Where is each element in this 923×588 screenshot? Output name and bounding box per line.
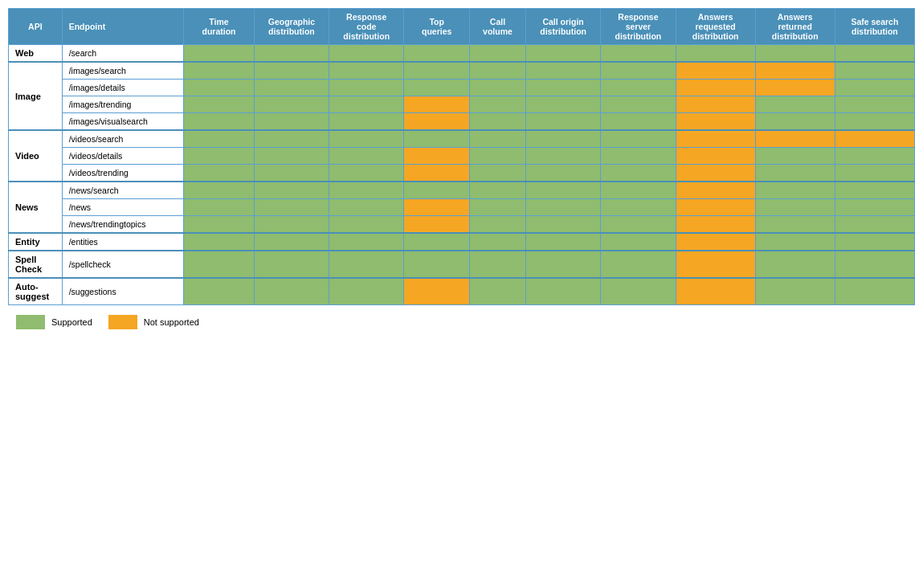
data-cell: [469, 62, 525, 80]
data-cell: [525, 233, 600, 251]
data-cell: [755, 45, 835, 63]
data-cell: [755, 233, 835, 251]
not-supported-label: Not supported: [144, 317, 199, 327]
data-cell: [525, 165, 600, 182]
data-cell: [676, 45, 755, 63]
data-cell: [254, 113, 329, 131]
data-cell: [601, 113, 676, 131]
data-cell: [525, 45, 600, 63]
supported-legend: Supported: [16, 315, 92, 329]
data-cell: [184, 148, 254, 165]
endpoint-cell: /spellcheck: [62, 251, 184, 278]
data-cell: [329, 45, 404, 63]
data-cell: [835, 148, 914, 165]
data-cell: [469, 278, 525, 305]
answers-returned-header: Answers returned distribution: [755, 9, 835, 45]
data-cell: [525, 199, 600, 216]
data-cell: [676, 251, 755, 278]
data-cell: [184, 278, 254, 305]
table-row: /news/trendingtopics: [9, 216, 915, 234]
geo-dist-header: Geographic distribution: [254, 9, 329, 45]
table-row: Image/images/search: [9, 62, 915, 80]
data-cell: [835, 130, 914, 148]
data-cell: [184, 45, 254, 63]
response-code-header: Response code distribution: [329, 9, 404, 45]
data-cell: [676, 165, 755, 182]
data-cell: [184, 96, 254, 113]
api-cell: Auto- suggest: [9, 278, 63, 305]
main-table-container: API Endpoint Time duration Geographic di…: [8, 8, 915, 305]
data-cell: [676, 278, 755, 305]
data-cell: [676, 199, 755, 216]
data-cell: [404, 251, 470, 278]
data-cell: [329, 113, 404, 131]
data-cell: [329, 278, 404, 305]
data-cell: [755, 165, 835, 182]
data-cell: [469, 182, 525, 199]
data-cell: [676, 113, 755, 131]
data-cell: [525, 62, 600, 80]
data-cell: [835, 96, 914, 113]
data-cell: [404, 148, 470, 165]
data-cell: [676, 182, 755, 199]
data-cell: [254, 199, 329, 216]
data-cell: [755, 148, 835, 165]
data-cell: [404, 216, 470, 234]
data-cell: [184, 216, 254, 234]
data-cell: [469, 216, 525, 234]
data-cell: [601, 165, 676, 182]
top-queries-header: Top queries: [404, 9, 470, 45]
data-cell: [835, 251, 914, 278]
data-cell: [329, 182, 404, 199]
data-cell: [601, 199, 676, 216]
data-cell: [755, 199, 835, 216]
data-cell: [329, 130, 404, 148]
data-cell: [601, 233, 676, 251]
data-cell: [254, 45, 329, 63]
data-cell: [755, 278, 835, 305]
data-cell: [676, 216, 755, 234]
api-support-table: API Endpoint Time duration Geographic di…: [8, 8, 915, 305]
data-cell: [601, 45, 676, 63]
endpoint-cell: /videos/search: [62, 130, 184, 148]
data-cell: [254, 62, 329, 80]
data-cell: [601, 182, 676, 199]
table-row: /images/visualsearch: [9, 113, 915, 131]
data-cell: [184, 251, 254, 278]
data-cell: [525, 148, 600, 165]
endpoint-cell: /videos/details: [62, 148, 184, 165]
data-cell: [469, 251, 525, 278]
data-cell: [835, 62, 914, 80]
supported-label: Supported: [51, 317, 92, 327]
data-cell: [469, 45, 525, 63]
data-cell: [601, 96, 676, 113]
legend: Supported Not supported: [8, 315, 915, 329]
data-cell: [469, 130, 525, 148]
data-cell: [525, 216, 600, 234]
endpoint-cell: /images/details: [62, 80, 184, 96]
data-cell: [755, 216, 835, 234]
supported-legend-box: [16, 315, 45, 329]
data-cell: [329, 165, 404, 182]
data-cell: [254, 165, 329, 182]
table-row: /images/details: [9, 80, 915, 96]
data-cell: [525, 80, 600, 96]
data-cell: [469, 148, 525, 165]
data-cell: [676, 62, 755, 80]
endpoint-cell: /images/visualsearch: [62, 113, 184, 131]
data-cell: [676, 233, 755, 251]
data-cell: [676, 130, 755, 148]
data-cell: [329, 199, 404, 216]
data-cell: [601, 278, 676, 305]
endpoint-cell: /entities: [62, 233, 184, 251]
data-cell: [601, 62, 676, 80]
api-cell: Video: [9, 130, 63, 182]
data-cell: [469, 80, 525, 96]
data-cell: [254, 148, 329, 165]
data-cell: [329, 148, 404, 165]
data-cell: [404, 62, 470, 80]
endpoint-cell: /videos/trending: [62, 165, 184, 182]
data-cell: [184, 130, 254, 148]
table-row: Spell Check/spellcheck: [9, 251, 915, 278]
data-cell: [404, 45, 470, 63]
